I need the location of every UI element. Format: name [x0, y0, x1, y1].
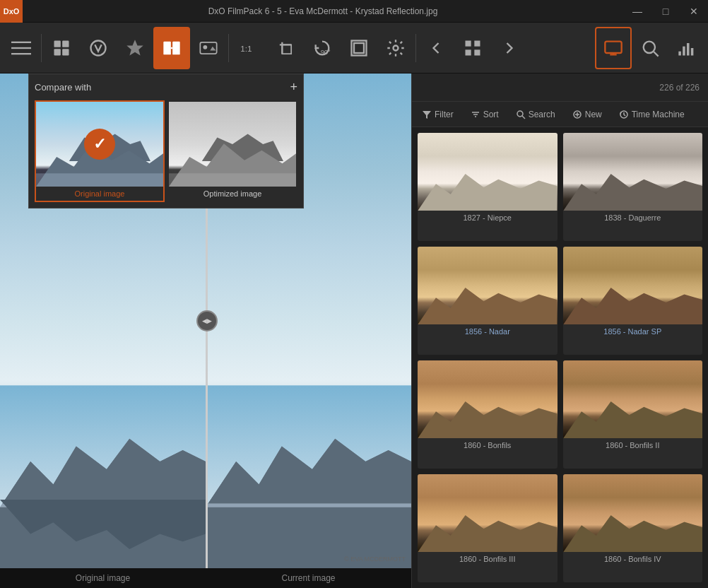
- svg-rect-21: [466, 49, 471, 55]
- svg-rect-9: [172, 41, 180, 54]
- preview-area: Compare with +: [0, 74, 411, 588]
- svg-rect-34: [36, 173, 163, 187]
- svg-rect-2: [11, 53, 31, 54]
- optimized-thumb-bg: [169, 102, 296, 187]
- preset-thumb-bonfils-ii: [563, 360, 703, 438]
- lr-plugin-button[interactable]: [80, 27, 117, 69]
- compare-optimized[interactable]: Optimized image: [167, 100, 297, 202]
- preset-daguerre[interactable]: 1838 - Daguerre: [563, 133, 703, 241]
- svg-rect-11: [200, 42, 216, 53]
- right-panel: 226 of 226 Filter Sort Search New: [411, 74, 708, 588]
- rotate-button[interactable]: 90°: [304, 27, 341, 69]
- crop-button[interactable]: [267, 27, 304, 69]
- svg-rect-17: [354, 43, 364, 53]
- new-label: New: [585, 110, 602, 119]
- main-content: Compare with +: [0, 74, 708, 588]
- preset-label-niepce: 1827 - Niepce: [418, 211, 557, 225]
- preset-bonfils[interactable]: 1860 - Bonfils: [418, 360, 557, 469]
- minimize-button[interactable]: —: [623, 0, 651, 23]
- presets-grid: 1827 - Niepce 1838 - Daguerre: [412, 127, 708, 588]
- svg-rect-0: [11, 41, 31, 42]
- search-button[interactable]: Search: [512, 107, 560, 122]
- preset-label-nadar: 1856 - Nadar: [418, 324, 557, 339]
- preset-thumb-nadar: [418, 247, 557, 324]
- nav-prev-button[interactable]: [418, 27, 454, 69]
- photos-button[interactable]: [190, 27, 227, 69]
- svg-marker-62: [418, 515, 557, 552]
- compare-button[interactable]: [153, 27, 190, 69]
- toolbar-sep-3: [415, 34, 416, 62]
- app-title: DxO FilmPack 6 - 5 - Eva McDermott - Kry…: [23, 6, 623, 16]
- frame-button[interactable]: [341, 27, 377, 69]
- window-controls: — □ ✕: [623, 0, 708, 23]
- svg-rect-6: [62, 49, 69, 55]
- svg-rect-1: [11, 47, 31, 48]
- compare-header: Compare with +: [35, 80, 297, 95]
- compare-add-button[interactable]: +: [290, 80, 297, 95]
- filter-label: Filter: [435, 110, 454, 119]
- filter-button[interactable]: Filter: [418, 107, 458, 122]
- nav-next-button[interactable]: [491, 27, 528, 69]
- compare-original-thumb: [36, 102, 163, 187]
- preset-thumb-bonfils-iii: [418, 474, 557, 552]
- panel-toolbar: Filter Sort Search New Time Machine: [412, 102, 708, 127]
- sort-button[interactable]: Sort: [466, 107, 503, 122]
- svg-rect-19: [466, 40, 471, 46]
- preset-label-bonfils-ii: 1860 - Bonfils II: [563, 438, 703, 452]
- svg-point-26: [644, 41, 655, 52]
- compare-popup: Compare with +: [28, 74, 304, 208]
- panel-count: 226 of 226: [659, 83, 700, 93]
- preset-thumb-bonfils-iv: [563, 474, 703, 552]
- svg-rect-31: [691, 48, 694, 56]
- svg-rect-29: [683, 46, 685, 55]
- svg-rect-36: [169, 173, 296, 187]
- time-machine-label: Time Machine: [632, 110, 685, 119]
- selected-checkmark: [84, 129, 115, 160]
- preset-label-nadar-sp: 1856 - Nadar SP: [563, 324, 703, 339]
- menu-button[interactable]: [3, 27, 40, 69]
- toolbar-sep-1: [41, 34, 42, 62]
- svg-rect-28: [678, 51, 681, 55]
- preset-nadar[interactable]: 1856 - Nadar: [418, 247, 557, 355]
- nav-grid-button[interactable]: [454, 27, 491, 69]
- histogram-button[interactable]: [668, 27, 705, 69]
- compare-optimized-label: Optimized image: [169, 187, 296, 201]
- svg-marker-56: [418, 174, 557, 211]
- zoom-view-button[interactable]: [632, 27, 668, 69]
- library-button[interactable]: [43, 27, 80, 69]
- svg-point-49: [517, 111, 523, 117]
- svg-marker-57: [563, 174, 703, 211]
- maximize-button[interactable]: □: [651, 0, 680, 23]
- watermark: © EVA MCDERMOTT: [344, 555, 406, 563]
- titlebar: DxO DxO FilmPack 6 - 5 - Eva McDermott -…: [0, 0, 708, 23]
- preset-label-daguerre: 1838 - Daguerre: [563, 211, 703, 225]
- svg-line-27: [654, 52, 658, 56]
- preset-niepce[interactable]: 1827 - Niepce: [418, 133, 557, 241]
- compare-original-label: Original image: [36, 187, 163, 201]
- svg-marker-58: [418, 288, 557, 324]
- svg-rect-20: [474, 40, 480, 46]
- svg-rect-30: [687, 43, 690, 56]
- panel-header: 226 of 226: [412, 74, 708, 102]
- new-button[interactable]: New: [568, 107, 606, 122]
- compare-original[interactable]: Original image: [35, 100, 165, 202]
- view-monitor-button[interactable]: [595, 27, 632, 69]
- close-button[interactable]: ✕: [680, 0, 708, 23]
- preset-thumb-daguerre: [563, 133, 703, 211]
- svg-marker-63: [563, 515, 703, 552]
- preset-bonfils-iv[interactable]: 1860 - Bonfils IV: [563, 474, 703, 582]
- preset-label-bonfils-iii: 1860 - Bonfils III: [418, 552, 557, 566]
- svg-point-7: [91, 40, 106, 55]
- time-machine-button[interactable]: Time Machine: [615, 107, 689, 122]
- preset-nadar-sp[interactable]: 1856 - Nadar SP: [563, 247, 703, 355]
- preset-bonfils-iii[interactable]: 1860 - Bonfils III: [418, 474, 557, 582]
- creative-button[interactable]: [117, 27, 153, 69]
- preview-labels: Original image Current image: [0, 568, 411, 588]
- preset-bonfils-ii[interactable]: 1860 - Bonfils II: [563, 360, 703, 469]
- svg-marker-60: [418, 401, 557, 438]
- compare-options: Original image Optimized image: [35, 100, 297, 202]
- ratio-button[interactable]: 1:1: [230, 27, 267, 69]
- split-handle[interactable]: [196, 310, 218, 331]
- svg-marker-59: [563, 288, 703, 324]
- settings-button[interactable]: [377, 27, 414, 69]
